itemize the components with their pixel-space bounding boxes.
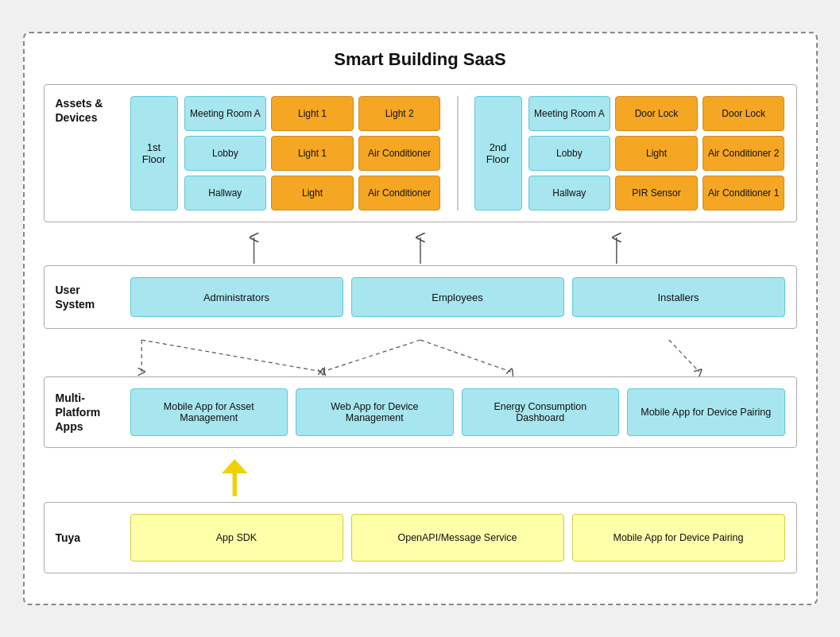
grid-item: Light (271, 176, 354, 210)
apps-row: Mobile App for Asset Management Web App … (130, 388, 785, 436)
floor-divider (457, 96, 459, 210)
user-system-section: UserSystem Administrators Employees Inst… (44, 265, 797, 329)
user-employees: Employees (351, 277, 564, 317)
tuya-label: Tuya (56, 531, 119, 545)
svg-line-5 (322, 340, 420, 372)
grid-item: Hallway (184, 176, 267, 210)
multiplatform-label: Multi-PlatformApps (56, 391, 119, 434)
floor2-section: 2ndFloor Meeting Room ADoor LockDoor Loc… (474, 96, 785, 210)
tuya-section: Tuya App SDK OpenAPI/Message Service Mob… (44, 502, 797, 573)
grid-item: Light 1 (271, 96, 354, 131)
svg-line-4 (141, 340, 323, 372)
grid-item: PIR Sensor (615, 176, 698, 210)
app-mobile-pairing: Mobile App for Device Pairing (627, 388, 785, 436)
dashed-arrows-row (44, 340, 797, 375)
tuya-openapi: OpenAPI/Message Service (351, 514, 564, 562)
grid-item: Lobby (184, 136, 267, 171)
user-installers: Installers (572, 277, 785, 317)
yellow-arrow-1 (222, 459, 247, 496)
main-title: Smart Building SaaS (44, 49, 797, 70)
grid-item: Air Conditioner 2 (703, 136, 785, 171)
grid-item: Air Conditioner (358, 136, 441, 171)
tuya-app-sdk: App SDK (130, 514, 343, 562)
grid-item: Lobby (528, 136, 611, 171)
grid-item: Air Conditioner 1 (703, 176, 785, 210)
arrows-row-1 (44, 234, 797, 264)
grid-item: Hallway (528, 176, 611, 210)
svg-line-6 (420, 340, 511, 372)
dashed-arrow-svg (44, 340, 797, 375)
floor1-label: 1stFloor (130, 96, 178, 210)
user-boxes-row: Administrators Employees Installers (130, 277, 785, 317)
grid-item: Door Lock (703, 96, 785, 131)
floor1-section: 1stFloor Meeting Room ALight 1Light 2Lob… (130, 96, 441, 210)
app-web-device: Web App for Device Management (296, 388, 454, 436)
arrow-svg-1 (123, 234, 718, 264)
assets-label: Assets &Devices (56, 96, 119, 125)
svg-line-7 (668, 340, 699, 372)
yellow-arrow-svg (44, 459, 797, 500)
grid-item: Light 1 (271, 136, 354, 171)
grid-item: Light 2 (358, 96, 441, 131)
multiplatform-section: Multi-PlatformApps Mobile App for Asset … (44, 376, 797, 448)
grid-item: Light (615, 136, 698, 171)
floor1-grid: Meeting Room ALight 1Light 2LobbyLight 1… (184, 96, 441, 210)
app-mobile-asset: Mobile App for Asset Management (130, 388, 288, 436)
outer-container: Smart Building SaaS Assets &Devices 1stF… (23, 32, 818, 605)
grid-item: Door Lock (615, 96, 698, 131)
assets-section: Assets &Devices 1stFloor Meeting Room AL… (44, 84, 797, 222)
user-administrators: Administrators (130, 277, 343, 317)
user-system-label: UserSystem (56, 283, 119, 311)
yellow-arrows-row (44, 459, 797, 500)
floor2-label: 2ndFloor (474, 96, 522, 210)
tuya-mobile-pairing: Mobile App for Device Pairing (572, 514, 785, 562)
grid-item: Air Conditioner (358, 176, 441, 210)
grid-item: Meeting Room A (528, 96, 611, 131)
app-energy-dashboard: Energy Consumption Dashboard (462, 388, 620, 436)
tuya-row: App SDK OpenAPI/Message Service Mobile A… (130, 514, 785, 562)
grid-item: Meeting Room A (184, 96, 267, 131)
floor2-grid: Meeting Room ADoor LockDoor LockLobbyLig… (528, 96, 785, 210)
